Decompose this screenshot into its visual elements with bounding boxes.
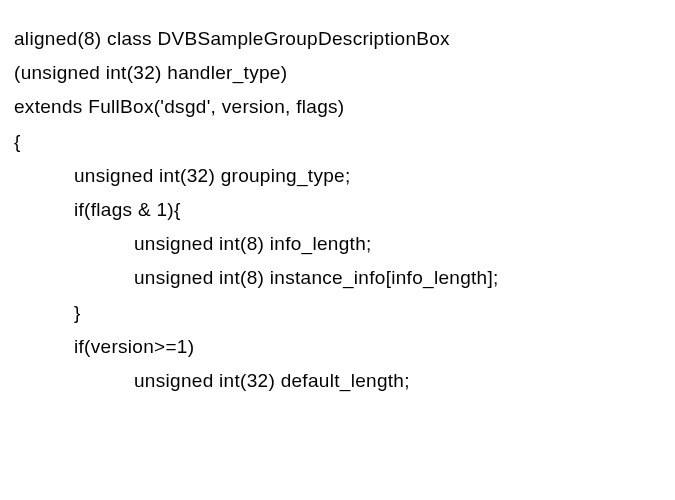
- code-line: {: [14, 125, 661, 159]
- code-line: (unsigned int(32) handler_type): [14, 56, 661, 90]
- code-line: }: [14, 296, 661, 330]
- code-line: if(version>=1): [14, 330, 661, 364]
- code-line: unsigned int(8) instance_info[info_lengt…: [14, 261, 661, 295]
- code-block: aligned(8) class DVBSampleGroupDescripti…: [0, 0, 675, 420]
- code-line: aligned(8) class DVBSampleGroupDescripti…: [14, 22, 661, 56]
- code-line: unsigned int(32) default_length;: [14, 364, 661, 398]
- code-line: if(flags & 1){: [14, 193, 661, 227]
- code-line: extends FullBox('dsgd', version, flags): [14, 90, 661, 124]
- code-line: unsigned int(8) info_length;: [14, 227, 661, 261]
- code-line: unsigned int(32) grouping_type;: [14, 159, 661, 193]
